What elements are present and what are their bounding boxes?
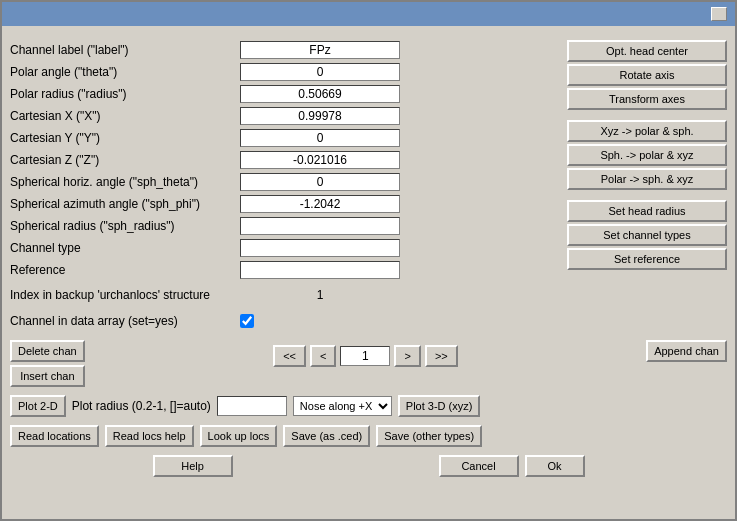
channel-type-input[interactable] bbox=[240, 239, 400, 257]
polar-radius-row: Polar radius ("radius") bbox=[10, 84, 559, 104]
nav-area: << < > >> bbox=[273, 345, 458, 367]
cancel-button[interactable]: Cancel bbox=[439, 455, 519, 477]
next-next-button[interactable]: >> bbox=[425, 345, 458, 367]
sph-theta-row: Spherical horiz. angle ("sph_theta") bbox=[10, 172, 559, 192]
read-locs-help-button[interactable]: Read locs help bbox=[105, 425, 194, 447]
fields-area: Channel label ("label")Polar angle ("the… bbox=[10, 40, 727, 280]
channel-number-input[interactable] bbox=[340, 346, 390, 366]
plot-3d-button[interactable]: Plot 3-D (xyz) bbox=[398, 395, 481, 417]
sph-radius-input[interactable] bbox=[240, 217, 400, 235]
reference-row: Reference bbox=[10, 260, 559, 280]
right-buttons-area: Opt. head centerRotate axisTransform axe… bbox=[567, 40, 727, 280]
cartesian-z-label: Cartesian Z ("Z") bbox=[10, 153, 240, 167]
save-other-types-button[interactable]: Save (other types) bbox=[376, 425, 482, 447]
sph-phi-input[interactable] bbox=[240, 195, 400, 213]
cartesian-y-label: Cartesian Y ("Y") bbox=[10, 131, 240, 145]
nose-direction-dropdown[interactable]: Nose along +X Nose along +Y Nose along -… bbox=[293, 396, 392, 416]
channel-data-row: Channel in data array (set=yes) bbox=[10, 310, 727, 332]
xyz-polar-sph-button[interactable]: Xyz -> polar & sph. bbox=[567, 120, 727, 142]
cartesian-z-input[interactable] bbox=[240, 151, 400, 169]
set-head-radius-button[interactable]: Set head radius bbox=[567, 200, 727, 222]
save-ced-button[interactable]: Save (as .ced) bbox=[283, 425, 370, 447]
help-button[interactable]: Help bbox=[153, 455, 233, 477]
sph-phi-row: Spherical azimuth angle ("sph_phi") bbox=[10, 194, 559, 214]
next-button[interactable]: > bbox=[394, 345, 420, 367]
main-window: Channel label ("label")Polar angle ("the… bbox=[0, 0, 737, 521]
channel-label-row: Channel label ("label") bbox=[10, 40, 559, 60]
transform-axes-button[interactable]: Transform axes bbox=[567, 88, 727, 110]
plot-radius-label: Plot radius (0.2-1, []=auto) bbox=[72, 399, 211, 413]
plot-radius-input[interactable] bbox=[217, 396, 287, 416]
sph-theta-input[interactable] bbox=[240, 173, 400, 191]
polar-angle-input[interactable] bbox=[240, 63, 400, 81]
sph-phi-label: Spherical azimuth angle ("sph_phi") bbox=[10, 197, 240, 211]
channel-label-label: Channel label ("label") bbox=[10, 43, 240, 57]
rotate-axis-button[interactable]: Rotate axis bbox=[567, 64, 727, 86]
append-chan-button[interactable]: Append chan bbox=[646, 340, 727, 362]
polar-radius-label: Polar radius ("radius") bbox=[10, 87, 240, 101]
insert-chan-button[interactable]: Insert chan bbox=[10, 365, 85, 387]
channel-type-row: Channel type bbox=[10, 238, 559, 258]
center-nav: << < > >> bbox=[89, 340, 642, 367]
sph-theta-label: Spherical horiz. angle ("sph_theta") bbox=[10, 175, 240, 189]
channel-data-checkbox[interactable] bbox=[240, 314, 254, 328]
channel-label-input[interactable] bbox=[240, 41, 400, 59]
cartesian-x-input[interactable] bbox=[240, 107, 400, 125]
plot-2d-button[interactable]: Plot 2-D bbox=[10, 395, 66, 417]
del-insert-area: Delete chan Insert chan bbox=[10, 340, 85, 387]
sph-radius-row: Spherical radius ("sph_radius") bbox=[10, 216, 559, 236]
ok-button[interactable]: Ok bbox=[525, 455, 585, 477]
main-bottom: Delete chan Insert chan << < > >> Append… bbox=[10, 340, 727, 387]
look-up-locs-button[interactable]: Look up locs bbox=[200, 425, 278, 447]
set-channel-types-button[interactable]: Set channel types bbox=[567, 224, 727, 246]
spacer bbox=[567, 192, 727, 198]
plot-area: Plot 2-D Plot radius (0.2-1, []=auto) No… bbox=[10, 395, 727, 417]
cartesian-x-label: Cartesian X ("X") bbox=[10, 109, 240, 123]
bottom-buttons: Read locations Read locs help Look up lo… bbox=[10, 425, 727, 447]
index-backup-value: 1 bbox=[240, 288, 400, 302]
index-backup-label: Index in backup 'urchanlocs' structure bbox=[10, 288, 240, 302]
cartesian-x-row: Cartesian X ("X") bbox=[10, 106, 559, 126]
channel-data-checkbox-area bbox=[240, 314, 254, 328]
set-reference-button[interactable]: Set reference bbox=[567, 248, 727, 270]
reference-label: Reference bbox=[10, 263, 240, 277]
close-button[interactable] bbox=[711, 7, 727, 21]
cartesian-z-row: Cartesian Z ("Z") bbox=[10, 150, 559, 170]
title-bar bbox=[2, 2, 735, 26]
polar-sph-xyz-button[interactable]: Polar -> sph. & xyz bbox=[567, 168, 727, 190]
channel-data-label: Channel in data array (set=yes) bbox=[10, 314, 240, 328]
index-backup-row: Index in backup 'urchanlocs' structure 1 bbox=[10, 284, 727, 306]
right-append: Append chan bbox=[646, 340, 727, 362]
spacer bbox=[567, 112, 727, 118]
polar-radius-input[interactable] bbox=[240, 85, 400, 103]
opt-head-center-button[interactable]: Opt. head center bbox=[567, 40, 727, 62]
reference-input[interactable] bbox=[240, 261, 400, 279]
footer-buttons: Help Cancel Ok bbox=[10, 455, 727, 477]
delete-chan-button[interactable]: Delete chan bbox=[10, 340, 85, 362]
polar-angle-row: Polar angle ("theta") bbox=[10, 62, 559, 82]
content-area: Channel label ("label")Polar angle ("the… bbox=[2, 26, 735, 519]
sph-polar-xyz-button[interactable]: Sph. -> polar & xyz bbox=[567, 144, 727, 166]
polar-angle-label: Polar angle ("theta") bbox=[10, 65, 240, 79]
sph-radius-label: Spherical radius ("sph_radius") bbox=[10, 219, 240, 233]
prev-prev-button[interactable]: << bbox=[273, 345, 306, 367]
prev-button[interactable]: < bbox=[310, 345, 336, 367]
cartesian-y-input[interactable] bbox=[240, 129, 400, 147]
left-fields: Channel label ("label")Polar angle ("the… bbox=[10, 40, 559, 280]
channel-type-label: Channel type bbox=[10, 241, 240, 255]
read-locations-button[interactable]: Read locations bbox=[10, 425, 99, 447]
cartesian-y-row: Cartesian Y ("Y") bbox=[10, 128, 559, 148]
